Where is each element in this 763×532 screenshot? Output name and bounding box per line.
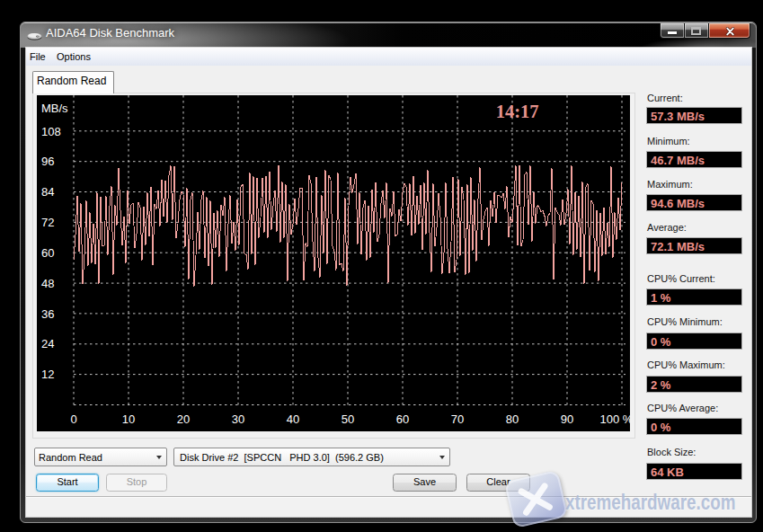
svg-text:60: 60 bbox=[41, 246, 54, 260]
svg-text:80: 80 bbox=[506, 412, 519, 426]
svg-text:10: 10 bbox=[122, 412, 135, 426]
svg-text:72: 72 bbox=[41, 216, 54, 229]
svg-text:90: 90 bbox=[561, 412, 573, 426]
svg-text:36: 36 bbox=[41, 307, 54, 321]
svg-text:108: 108 bbox=[41, 125, 61, 138]
svg-text:14:17: 14:17 bbox=[496, 102, 539, 121]
svg-text:100 %: 100 % bbox=[600, 412, 630, 426]
svg-text:50: 50 bbox=[342, 412, 354, 426]
svg-text:24: 24 bbox=[41, 337, 54, 350]
svg-text:96: 96 bbox=[41, 155, 54, 168]
svg-text:48: 48 bbox=[41, 277, 54, 290]
svg-text:30: 30 bbox=[232, 412, 244, 426]
svg-text:40: 40 bbox=[287, 412, 299, 426]
svg-text:84: 84 bbox=[41, 185, 54, 199]
svg-text:60: 60 bbox=[396, 412, 409, 426]
svg-text:20: 20 bbox=[177, 412, 190, 426]
svg-text:12: 12 bbox=[41, 368, 54, 381]
svg-text:0: 0 bbox=[70, 412, 76, 426]
svg-text:70: 70 bbox=[451, 412, 464, 426]
svg-text:MB/s: MB/s bbox=[41, 102, 68, 115]
